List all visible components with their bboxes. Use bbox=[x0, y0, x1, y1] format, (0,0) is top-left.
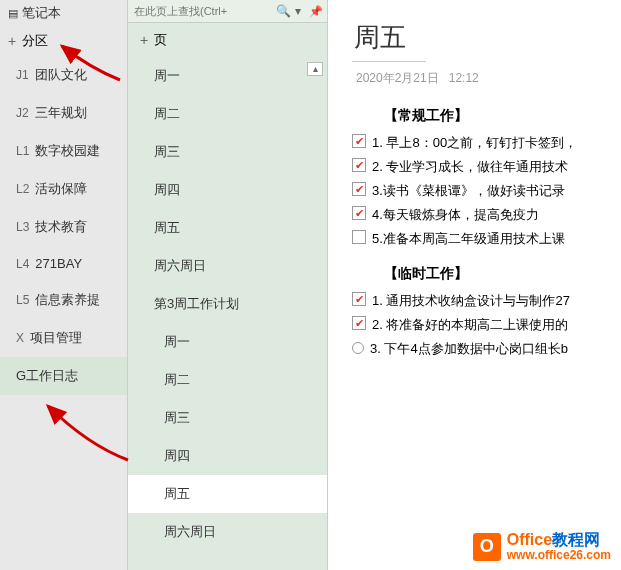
section-code: X bbox=[16, 331, 24, 345]
section-label: G工作日志 bbox=[16, 367, 78, 385]
sections-label: 分区 bbox=[22, 32, 48, 50]
section-item[interactable]: J1团队文化 bbox=[0, 56, 127, 94]
task-checkbox[interactable] bbox=[352, 182, 366, 196]
section-item[interactable]: L2活动保障 bbox=[0, 170, 127, 208]
section-code: L3 bbox=[16, 220, 29, 234]
task-item: 2. 专业学习成长，做往年通用技术 bbox=[352, 155, 613, 179]
section-item[interactable]: L5信息素养提 bbox=[0, 281, 127, 319]
plus-icon[interactable]: + bbox=[138, 32, 150, 48]
task-text[interactable]: 4.每天锻炼身体，提高免疫力 bbox=[372, 206, 539, 224]
notebook-label: 笔记本 bbox=[22, 4, 61, 22]
pin-icon[interactable]: 📌 bbox=[305, 5, 327, 18]
page-item[interactable]: 周四 bbox=[128, 171, 327, 209]
section-label: 271BAY bbox=[35, 256, 82, 271]
search-bar: 🔍 ▾ 📌 bbox=[128, 0, 327, 23]
task-text[interactable]: 2. 专业学习成长，做往年通用技术 bbox=[372, 158, 568, 176]
notebook-header[interactable]: ▤ 笔记本 bbox=[0, 0, 127, 26]
section-code: L1 bbox=[16, 144, 29, 158]
page-item[interactable]: 周二 bbox=[128, 95, 327, 133]
section-label: 活动保障 bbox=[35, 180, 87, 198]
routine-heading: 【常规工作】 bbox=[352, 107, 613, 125]
search-input[interactable] bbox=[134, 5, 272, 17]
task-text[interactable]: 1. 早上8：00之前，钉钉打卡签到， bbox=[372, 134, 577, 152]
page-item[interactable]: 周三 bbox=[128, 399, 327, 437]
notebook-icon: ▤ bbox=[8, 7, 18, 20]
page-item[interactable]: 周三 bbox=[128, 133, 327, 171]
section-item[interactable]: X项目管理 bbox=[0, 319, 127, 357]
task-item: 4.每天锻炼身体，提高免疫力 bbox=[352, 203, 613, 227]
section-item[interactable]: L3技术教育 bbox=[0, 208, 127, 246]
task-item: 3.读书《菜根谭》，做好读书记录 bbox=[352, 179, 613, 203]
pages-label: 页 bbox=[154, 31, 167, 49]
task-item: 2. 将准备好的本期高二上课使用的 bbox=[352, 313, 613, 337]
task-item: 1. 早上8：00之前，钉钉打卡签到， bbox=[352, 131, 613, 155]
watermark: O Office教程网 www.office26.com bbox=[473, 531, 611, 562]
task-radio[interactable] bbox=[352, 342, 364, 354]
search-icon[interactable]: 🔍 bbox=[276, 4, 291, 18]
task-checkbox[interactable] bbox=[352, 292, 366, 306]
section-code: L4 bbox=[16, 257, 29, 271]
section-code: J2 bbox=[16, 106, 29, 120]
page-item[interactable]: 周四 bbox=[128, 437, 327, 475]
task-text[interactable]: 3.读书《菜根谭》，做好读书记录 bbox=[372, 182, 565, 200]
temp-heading: 【临时工作】 bbox=[352, 265, 613, 283]
section-code: L2 bbox=[16, 182, 29, 196]
section-item[interactable]: L4271BAY bbox=[0, 246, 127, 281]
page-item[interactable]: 周一 bbox=[128, 323, 327, 361]
task-item: 5.准备本周高二年级通用技术上课 bbox=[352, 227, 613, 251]
task-checkbox[interactable] bbox=[352, 134, 366, 148]
section-code: J1 bbox=[16, 68, 29, 82]
task-checkbox[interactable] bbox=[352, 206, 366, 220]
sections-sidebar: ▤ 笔记本 + 分区 J1团队文化J2三年规划L1数字校园建L2活动保障L3技术… bbox=[0, 0, 128, 570]
task-text[interactable]: 2. 将准备好的本期高二上课使用的 bbox=[372, 316, 568, 334]
page-item[interactable]: 周六周日 bbox=[128, 513, 327, 551]
page-item[interactable]: 周五 bbox=[128, 475, 327, 513]
task-checkbox[interactable] bbox=[352, 316, 366, 330]
task-text[interactable]: 1. 通用技术收纳盒设计与与制作27 bbox=[372, 292, 570, 310]
section-label: 技术教育 bbox=[35, 218, 87, 236]
page-title[interactable]: 周五 bbox=[352, 16, 426, 62]
task-checkbox[interactable] bbox=[352, 230, 366, 244]
page-item[interactable]: 周六周日 bbox=[128, 247, 327, 285]
section-item[interactable]: G工作日志 bbox=[0, 357, 127, 395]
page-item[interactable]: 周二 bbox=[128, 361, 327, 399]
watermark-logo: O bbox=[473, 533, 501, 561]
page-item[interactable]: 周一 bbox=[128, 57, 327, 95]
section-label: 信息素养提 bbox=[35, 291, 100, 309]
plus-icon[interactable]: + bbox=[6, 33, 18, 49]
task-checkbox[interactable] bbox=[352, 158, 366, 172]
section-label: 三年规划 bbox=[35, 104, 87, 122]
section-label: 数字校园建 bbox=[35, 142, 100, 160]
dropdown-icon[interactable]: ▾ bbox=[295, 4, 301, 18]
pages-sidebar: 🔍 ▾ 📌 + 页 ▴ 周一周二周三周四周五周六周日第3周工作计划周一周二周三周… bbox=[128, 0, 328, 570]
scroll-up-button[interactable]: ▴ bbox=[307, 62, 323, 76]
page-item[interactable]: 第3周工作计划 bbox=[128, 285, 327, 323]
task-text[interactable]: 3. 下午4点参加数据中心岗口组长b bbox=[370, 340, 568, 358]
content-panel: 周五 2020年2月21日 12:12 【常规工作】 1. 早上8：00之前，钉… bbox=[328, 0, 621, 570]
section-item[interactable]: J2三年规划 bbox=[0, 94, 127, 132]
page-item[interactable]: 周五 bbox=[128, 209, 327, 247]
pages-header[interactable]: + 页 bbox=[128, 23, 327, 57]
page-date: 2020年2月21日 12:12 bbox=[352, 70, 613, 87]
task-text[interactable]: 5.准备本周高二年级通用技术上课 bbox=[372, 230, 565, 248]
section-label: 团队文化 bbox=[35, 66, 87, 84]
sections-header[interactable]: + 分区 bbox=[0, 26, 127, 56]
task-item: 3. 下午4点参加数据中心岗口组长b bbox=[352, 337, 613, 361]
section-item[interactable]: L1数字校园建 bbox=[0, 132, 127, 170]
section-label: 项目管理 bbox=[30, 329, 82, 347]
section-code: L5 bbox=[16, 293, 29, 307]
task-item: 1. 通用技术收纳盒设计与与制作27 bbox=[352, 289, 613, 313]
